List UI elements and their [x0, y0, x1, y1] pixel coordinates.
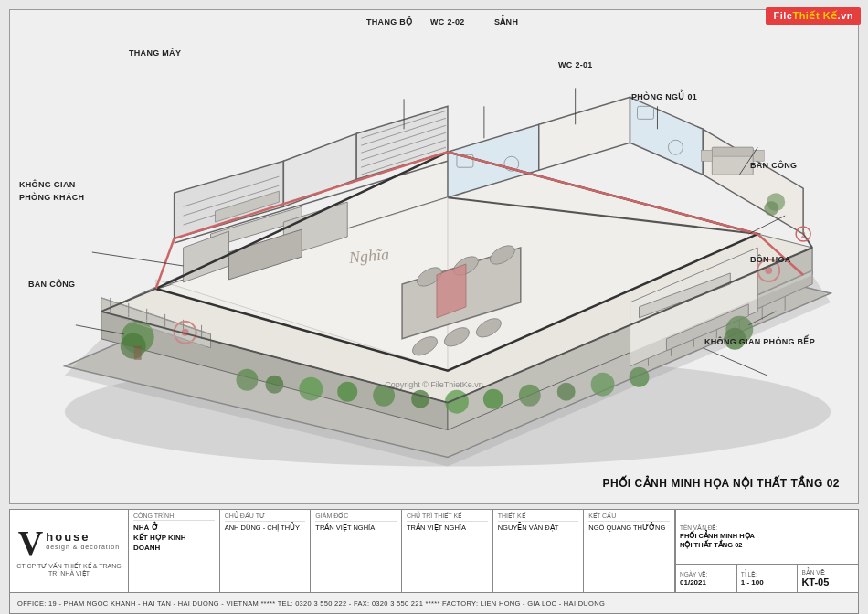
- ket-cau-label: KẾT CẤU: [588, 513, 670, 522]
- giam-doc-label: GIÁM ĐỐC: [315, 513, 397, 522]
- giam-doc-value: TRẦN VIỆT NGHĨA: [315, 524, 397, 534]
- svg-rect-50: [701, 150, 712, 161]
- meta-ten-van-de: TÊN VẤN ĐỀ: PHỐI CẢNH MINH HỌANỘI THẤT T…: [676, 510, 858, 565]
- copyright-text: Copyright © FileThietKe.vn: [385, 380, 483, 389]
- logo-section: V house design & decoration CT CP TƯ VẤN…: [10, 510, 129, 592]
- svg-marker-46: [703, 129, 803, 234]
- svg-text:2: 2: [801, 230, 806, 239]
- logo-house-text: house: [46, 530, 120, 544]
- ten-van-de-value: PHỐI CẢNH MINH HỌANỘI THẤT TẦNG 02: [680, 532, 854, 550]
- bottom-bar: V house design & decoration CT CP TƯ VẤN…: [9, 509, 859, 614]
- floorplan-wrapper: 2: [10, 10, 858, 503]
- thiet-ke-value: NGUYỄN VĂN ĐẠT: [498, 524, 579, 534]
- label-thang-bo: THANG BỘ: [366, 17, 412, 26]
- fiethietke-logo: FileThiết Kế.vn: [766, 7, 861, 25]
- ban-ve-cell: BẢN VẼ: KT-05: [798, 565, 858, 592]
- svg-point-52: [764, 201, 778, 216]
- label-sanh: SẢNH: [494, 17, 518, 26]
- label-thang-may: THANG MÁY: [129, 48, 181, 58]
- svg-point-80: [483, 389, 503, 409]
- ngay-ve-cell: NGÀY VẼ: 01/2021: [676, 565, 737, 592]
- svg-point-76: [337, 382, 357, 402]
- label-phong-ngu-01: PHÒNG NGỦ 01: [631, 92, 697, 101]
- office-row: OFFICE: 19 - PHAM NGOC KHANH - HAI TAN -…: [10, 593, 858, 613]
- signature: Nghĩa: [348, 245, 390, 268]
- logo-highlight: Thiết Kế: [792, 10, 837, 21]
- chu-tri-value: TRẦN VIỆT NGHĨA: [407, 524, 488, 534]
- floorplan-svg: 2: [10, 10, 858, 503]
- logo-v-letter: V: [18, 525, 43, 560]
- cong-trinh-value: NHÀ ỞKẾT HỢP KINH DOANH: [133, 523, 215, 554]
- thiet-ke-label: THIẾT KẾ: [498, 513, 579, 522]
- label-phong-khach: KHÔNG GIANPHÒNG KHÁCH: [19, 179, 84, 204]
- chu-dau-tu-label: CHỦ ĐẦU TƯ: [225, 513, 306, 522]
- ti-le-label: TỈ LỆ:: [741, 571, 794, 578]
- ten-van-de-label: TÊN VẤN ĐỀ:: [680, 524, 854, 532]
- label-bon-hoa: BÔN HOA: [750, 255, 791, 264]
- label-phong-bep: KHÔNG GIAN PHÒNG BẾP: [704, 337, 815, 346]
- cong-trinh-section: CÔNG TRÌNH: NHÀ ỞKẾT HỢP KINH DOANH: [129, 510, 220, 592]
- label-wc-201: WC 2-01: [558, 60, 593, 69]
- chu-dau-tu-value: ANH DŨNG - CHỊ THỦY: [225, 524, 306, 534]
- chu-tri-label: CHỦ TRÌ THIẾT KẾ: [407, 513, 488, 522]
- main-container: FileThiết Kế.vn: [0, 0, 868, 614]
- meta-section: TÊN VẤN ĐỀ: PHỐI CẢNH MINH HỌANỘI THẤT T…: [675, 510, 858, 592]
- meta-ngay-tile: NGÀY VẼ: 01/2021 TỈ LỆ: 1 - 100 BẢN VẼ: …: [676, 565, 858, 592]
- drawing-title: PHỐI CẢNH MINH HỌA NỘI THẤT TẦNG 02: [603, 477, 840, 490]
- label-ban-cong-right: BAN CÔNG: [750, 161, 797, 170]
- cong-trinh-label: CÔNG TRÌNH:: [133, 513, 215, 521]
- drawing-area: 2: [9, 9, 859, 504]
- ti-le-cell: TỈ LỆ: 1 - 100: [737, 565, 799, 592]
- label-wc-202: WC 2-02: [430, 17, 465, 26]
- svg-rect-48: [712, 147, 753, 156]
- chu-dau-tu-section: CHỦ ĐẦU TƯ ANH DŨNG - CHỊ THỦY: [220, 510, 312, 592]
- bottom-top-row: V house design & decoration CT CP TƯ VẤN…: [10, 510, 858, 593]
- giam-doc-section: GIÁM ĐỐC TRẦN VIỆT NGHĨA: [311, 510, 402, 592]
- company-name: CT CP TƯ VẤN THIẾT KẾ & TRANG TRÍ NHÀ VI…: [15, 563, 123, 577]
- chu-tri-section: CHỦ TRÌ THIẾT KẾ TRẦN VIỆT NGHĨA: [402, 510, 493, 592]
- svg-point-78: [411, 390, 429, 408]
- label-ban-cong-left: BAN CÔNG: [28, 280, 75, 289]
- svg-marker-28: [283, 133, 356, 206]
- svg-marker-43: [630, 97, 704, 175]
- logo-sub-text: design & decoration: [46, 544, 120, 550]
- ban-ve-value: KT-05: [801, 577, 854, 588]
- svg-marker-42: [539, 97, 630, 170]
- ngay-ve-label: NGÀY VẼ:: [680, 571, 733, 578]
- top-bar: FileThiết Kế.vn: [766, 7, 861, 25]
- ten-van-de-cell: TÊN VẤN ĐỀ: PHỐI CẢNH MINH HỌANỘI THẤT T…: [676, 510, 858, 564]
- office-text: OFFICE: 19 - PHAM NGOC KHANH - HAI TAN -…: [17, 599, 605, 608]
- svg-line-111: [748, 216, 785, 234]
- ban-ve-label: BẢN VẼ:: [801, 569, 854, 577]
- thiet-ke-section: THIẾT KẾ NGUYỄN VĂN ĐẠT: [493, 510, 585, 592]
- ket-cau-value: NGÔ QUANG THƯỞNG: [588, 524, 670, 534]
- ti-le-value: 1 - 100: [741, 578, 794, 587]
- ket-cau-section: KẾT CẤU NGÔ QUANG THƯỞNG: [584, 510, 675, 592]
- ngay-ve-value: 01/2021: [680, 578, 733, 587]
